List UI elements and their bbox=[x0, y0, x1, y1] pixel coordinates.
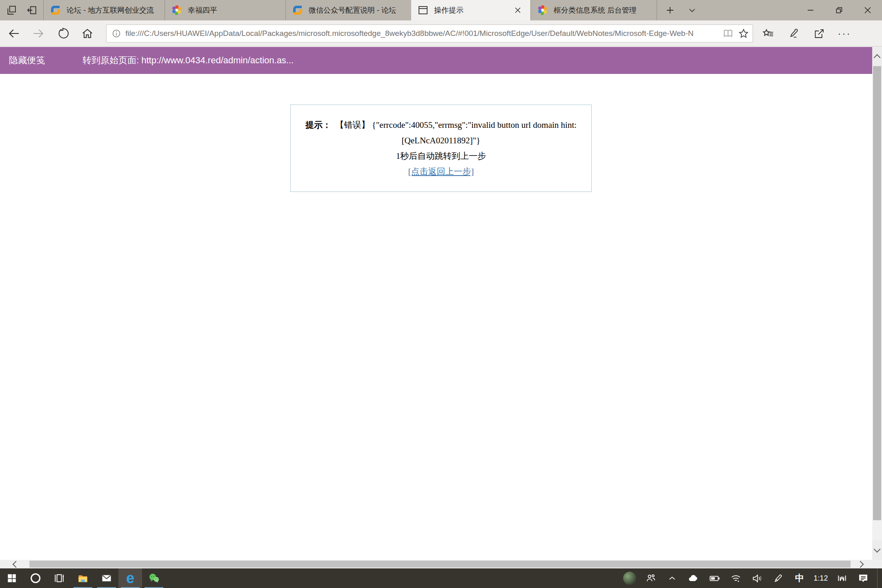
discuz-favicon-icon bbox=[49, 4, 62, 16]
close-icon[interactable] bbox=[853, 0, 882, 20]
cortana-search-button[interactable] bbox=[24, 568, 47, 588]
people-icon[interactable] bbox=[642, 568, 660, 588]
goto-original-page-link[interactable]: 转到原始页面: http://www.0434.red/admin/action… bbox=[82, 54, 294, 67]
home-icon[interactable] bbox=[77, 23, 98, 44]
error-message-box: 提示： 【错误】 {"errcode":40055,"errmsg":"inva… bbox=[290, 105, 592, 192]
start-button[interactable] bbox=[0, 568, 24, 588]
set-tabs-aside-icon[interactable] bbox=[3, 2, 20, 18]
touch-keyboard-icon[interactable] bbox=[833, 568, 851, 588]
tab-title: 框分类信息系统 后台管理 bbox=[554, 5, 651, 15]
windows-ink-pen-icon[interactable] bbox=[769, 568, 787, 588]
time-label: 1:12 bbox=[812, 574, 830, 583]
edge-logo-icon: e bbox=[126, 571, 134, 586]
system-tray: 中 1:12 bbox=[621, 568, 882, 588]
discuz-favicon-icon bbox=[292, 4, 304, 16]
refresh-icon[interactable] bbox=[52, 23, 74, 44]
add-favorite-star-icon[interactable] bbox=[738, 28, 749, 39]
forward-icon[interactable] bbox=[28, 23, 49, 44]
tab-wechat-config[interactable]: 微信公众号配置说明 - 论坛 bbox=[285, 0, 411, 20]
volume-icon[interactable] bbox=[748, 568, 766, 588]
horizontal-scroll-thumb[interactable] bbox=[29, 561, 851, 568]
wifi-icon[interactable] bbox=[727, 568, 745, 588]
minimize-icon[interactable] bbox=[796, 0, 825, 20]
tab-close-icon[interactable] bbox=[511, 3, 525, 17]
tab-forum[interactable]: 论坛 - 地方互联网创业交流 bbox=[43, 0, 165, 20]
more-options-icon[interactable]: ··· bbox=[835, 24, 854, 43]
tab-bar: 论坛 - 地方互联网创业交流 幸福四平 微信公众号配置说明 - 论坛 操作提示 bbox=[0, 0, 882, 20]
web-note-pen-icon[interactable] bbox=[784, 24, 804, 43]
mail-button[interactable] bbox=[95, 568, 118, 588]
tab-title: 幸福四平 bbox=[188, 5, 280, 15]
onedrive-icon[interactable] bbox=[684, 568, 702, 588]
hide-note-button[interactable]: 隐藏便笺 bbox=[9, 54, 45, 67]
user-avatar[interactable] bbox=[621, 568, 639, 588]
info-icon[interactable] bbox=[111, 29, 121, 38]
url-field[interactable]: file:///C:/Users/HUAWEI/AppData/Local/Pa… bbox=[106, 24, 753, 42]
scrollbar-corner bbox=[872, 560, 882, 568]
scroll-up-icon[interactable] bbox=[872, 47, 882, 66]
error-prefix: 【错误】 bbox=[335, 120, 370, 130]
error-json-line1: {"errcode":40055,"errmsg":"invalid butto… bbox=[372, 120, 577, 130]
wechat-button[interactable] bbox=[142, 568, 166, 588]
tab-admin-system[interactable]: 框分类信息系统 后台管理 bbox=[530, 0, 657, 20]
tab-operation-prompt-active[interactable]: 操作提示 bbox=[411, 0, 530, 20]
cortana-ring-icon bbox=[31, 573, 40, 583]
taskbar: e 中 1:12 bbox=[0, 568, 882, 588]
page-favicon-icon bbox=[417, 4, 429, 16]
newtab-zone bbox=[657, 0, 705, 20]
url-text: file:///C:/Users/HUAWEI/AppData/Local/Pa… bbox=[125, 29, 718, 38]
edge-browser-button[interactable]: e bbox=[118, 568, 142, 588]
task-view-button[interactable] bbox=[47, 568, 71, 588]
address-bar-row: file:///C:/Users/HUAWEI/AppData/Local/Pa… bbox=[0, 20, 882, 47]
back-step-link[interactable]: [点击返回上一步] bbox=[408, 167, 474, 176]
reading-view-icon[interactable] bbox=[722, 28, 734, 39]
web-notes-banner: 隐藏便笺 转到原始页面: http://www.0434.red/admin/a… bbox=[0, 47, 872, 74]
favorites-hub-icon[interactable] bbox=[759, 24, 778, 43]
action-center-icon[interactable] bbox=[854, 568, 872, 588]
tab-title: 论坛 - 地方互联网创业交流 bbox=[67, 5, 159, 15]
error-line-2: [QeLNcA02011892]"} bbox=[291, 133, 591, 148]
restore-icon[interactable] bbox=[825, 0, 853, 20]
tab-title: 微信公众号配置说明 - 论坛 bbox=[309, 5, 405, 15]
tabs-set-aside-icon[interactable] bbox=[24, 2, 40, 18]
tab-preview-chevron-icon[interactable] bbox=[684, 2, 700, 18]
tab-tools bbox=[0, 0, 43, 20]
new-tab-icon[interactable] bbox=[662, 2, 678, 18]
countdown-text: 1秒后自动跳转到上一步 bbox=[291, 148, 591, 164]
scroll-down-icon[interactable] bbox=[872, 540, 882, 560]
flower-favicon-icon bbox=[537, 4, 549, 16]
prompt-label: 提示： bbox=[305, 120, 331, 129]
tab-title: 操作提示 bbox=[434, 5, 506, 15]
back-icon[interactable] bbox=[3, 23, 24, 44]
vertical-scrollbar[interactable] bbox=[872, 47, 882, 560]
scroll-left-icon[interactable] bbox=[0, 560, 29, 568]
ime-label: 中 bbox=[795, 572, 804, 584]
horizontal-scrollbar[interactable] bbox=[0, 560, 872, 568]
nav-right-tools: ··· bbox=[759, 24, 854, 43]
window-controls bbox=[796, 0, 882, 20]
tab-xingfusiping[interactable]: 幸福四平 bbox=[165, 0, 285, 20]
file-explorer-button[interactable] bbox=[71, 568, 95, 588]
flower-favicon-icon bbox=[171, 4, 183, 16]
scroll-right-icon[interactable] bbox=[851, 560, 872, 568]
ime-indicator[interactable]: 中 bbox=[791, 568, 808, 588]
battery-icon[interactable] bbox=[706, 568, 724, 588]
clock[interactable]: 1:12 bbox=[812, 568, 830, 588]
error-line-1: 提示： 【错误】 {"errcode":40055,"errmsg":"inva… bbox=[291, 117, 591, 133]
page-content: 提示： 【错误】 {"errcode":40055,"errmsg":"inva… bbox=[0, 74, 872, 560]
share-icon[interactable] bbox=[809, 24, 829, 43]
show-hidden-icons-chevron-icon[interactable] bbox=[663, 568, 681, 588]
show-desktop-button[interactable] bbox=[877, 568, 880, 588]
vertical-scroll-thumb[interactable] bbox=[873, 66, 881, 520]
